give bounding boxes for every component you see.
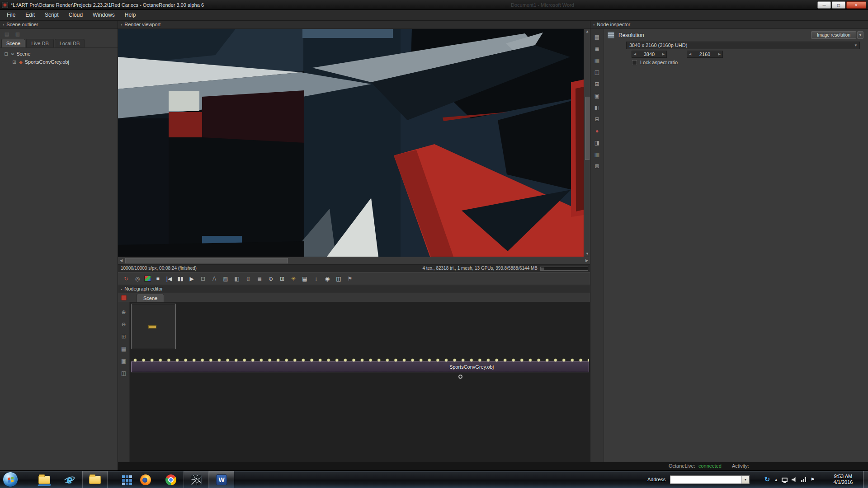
emission-node-icon[interactable]: ◫ — [593, 68, 602, 77]
nodegraph-canvas[interactable]: SportsConvGrey.obj — [130, 302, 590, 462]
text-overlay-icon[interactable]: A — [210, 274, 219, 283]
display-settings-icon[interactable] — [782, 478, 788, 482]
render-viewport-canvas[interactable] — [118, 29, 584, 257]
height-stepper[interactable]: ◀ 2160 ▶ — [687, 51, 723, 58]
camera-node-icon[interactable]: ▣ — [593, 91, 602, 101]
alpha-channel-icon[interactable]: α — [244, 274, 253, 283]
copy-image-icon[interactable]: ▤ — [300, 274, 309, 283]
tree-row-mesh[interactable]: ⊞ ◆ SportsConvGrey.obj — [0, 58, 118, 66]
volume-icon[interactable] — [792, 477, 797, 483]
network-render-icon[interactable]: ◫ — [334, 274, 343, 283]
minimize-button[interactable]: ─ — [817, 1, 831, 9]
grid-snap-icon[interactable]: ▦ — [119, 344, 128, 353]
viewport-horizontal-scrollbar[interactable]: ◀ ▶ — [118, 257, 590, 264]
action-center-flag-icon[interactable]: ⚑ — [811, 477, 815, 483]
expand-expander-icon[interactable]: ⊞ — [12, 60, 17, 65]
height-value[interactable]: 2160 — [693, 51, 717, 57]
close-button[interactable]: × — [846, 1, 866, 9]
menu-file[interactable]: File — [2, 10, 20, 20]
width-decrement-icon[interactable]: ◀ — [632, 51, 638, 57]
resolution-dropdown[interactable]: 3840 x 2160 (2160p UHD) ▼ — [626, 42, 860, 49]
environment-node-icon[interactable]: ◧ — [593, 103, 602, 113]
address-input[interactable]: ▼ — [670, 475, 750, 484]
taskbar-chrome-button[interactable] — [158, 471, 184, 488]
render-target-node-icon[interactable]: ● — [593, 127, 602, 136]
viewport-lock-icon[interactable]: ⚑ — [345, 274, 354, 283]
film-settings-node-icon[interactable]: ▥ — [593, 150, 602, 160]
rgb-cube-icon[interactable] — [144, 276, 151, 282]
horizontal-scroll-thumb[interactable] — [125, 258, 288, 263]
outliner-tab-local-db[interactable]: Local DB — [55, 39, 85, 47]
node-output-pin[interactable] — [458, 375, 462, 379]
zoom-region-icon[interactable]: ⊕ — [266, 274, 275, 283]
address-dropdown-icon[interactable]: ▼ — [741, 476, 749, 483]
collapse-all-icon[interactable]: ▤ — [3, 30, 11, 38]
hidden-icons-chevron-icon[interactable]: ▴ — [775, 477, 778, 483]
display-mode-icon[interactable]: ⊡ — [198, 274, 208, 283]
menu-windows[interactable]: Windows — [88, 10, 120, 20]
outliner-tab-live-db[interactable]: Live DB — [26, 39, 54, 47]
kernel-node-icon[interactable]: ◨ — [593, 138, 602, 148]
viewport-vertical-scrollbar[interactable]: ▲ ▼ — [584, 29, 590, 257]
taskbar-explorer-button[interactable] — [32, 471, 57, 488]
menu-help[interactable]: Help — [120, 10, 141, 20]
taskbar-firefox-button[interactable] — [133, 471, 158, 488]
lock-aspect-checkbox[interactable] — [632, 60, 637, 65]
scroll-left-icon[interactable]: ◀ — [118, 257, 124, 264]
refresh-icon[interactable]: ↻ — [762, 474, 772, 484]
menu-edit[interactable]: Edit — [20, 10, 40, 20]
taskbar-ie-button[interactable]: e — [57, 471, 82, 488]
render-passes-icon[interactable]: ≣ — [255, 274, 264, 283]
scroll-down-icon[interactable]: ▼ — [584, 251, 590, 257]
scroll-up-icon[interactable]: ▲ — [584, 29, 590, 34]
texture-node-icon[interactable]: ▦ — [593, 56, 602, 66]
stop-render-icon[interactable]: ■ — [153, 274, 162, 283]
subsample-icon[interactable]: ▨ — [221, 274, 230, 283]
restart-render-icon[interactable]: ↻ — [122, 274, 131, 283]
nodegraph-tab-icon[interactable] — [121, 295, 127, 300]
start-button[interactable] — [3, 472, 18, 487]
render-region-icon[interactable]: ⊞ — [278, 274, 287, 283]
medium-node-icon[interactable]: ⊞ — [593, 80, 602, 89]
daylight-icon[interactable]: ☀ — [289, 274, 298, 283]
taskbar-clock[interactable]: 9:53 AM 4/1/2016 — [828, 474, 858, 485]
pick-focus-icon[interactable]: ◎ — [133, 274, 142, 283]
taskbar-octane-button[interactable] — [184, 471, 209, 488]
zoom-in-icon[interactable]: ⊕ — [119, 308, 128, 317]
scroll-right-icon[interactable]: ▶ — [584, 257, 590, 264]
preset-dropdown-arrow-icon[interactable]: ▼ — [857, 31, 863, 39]
taskbar-word-button[interactable]: W — [209, 471, 234, 488]
menu-script[interactable]: Script — [40, 10, 64, 20]
play-render-icon[interactable]: ▶ — [187, 274, 196, 283]
clay-mode-icon[interactable]: ◧ — [232, 274, 241, 283]
vertical-scroll-thumb[interactable] — [585, 97, 590, 160]
image-resolution-preset-button[interactable]: Image resolution — [811, 31, 856, 39]
show-desktop-button[interactable] — [863, 471, 868, 488]
network-status-icon[interactable] — [801, 477, 807, 482]
tree-label-scene[interactable]: Scene — [16, 51, 30, 56]
expand-all-icon[interactable]: ▥ — [14, 30, 22, 38]
taskbar-grid-app-button[interactable] — [108, 471, 133, 488]
material-node-icon[interactable]: ≣ — [593, 44, 602, 54]
height-decrement-icon[interactable]: ◀ — [687, 51, 693, 57]
tree-label-mesh[interactable]: SportsConvGrey.obj — [25, 59, 69, 65]
pause-render-icon[interactable]: ▮▮ — [176, 274, 185, 283]
info-node-icon[interactable]: ⊠ — [593, 162, 602, 171]
screenshot-icon[interactable]: ▣ — [119, 357, 128, 366]
window-titlebar[interactable]: *L:\ART Pro\Octane Render\Projects 2.23.… — [0, 0, 868, 10]
zoom-out-icon[interactable]: ⊖ — [119, 320, 128, 329]
tree-row-scene[interactable]: ⊟ ∞ Scene — [0, 50, 118, 58]
imager-node-icon[interactable]: ⊟ — [593, 115, 602, 124]
camera-icon[interactable]: ◉ — [323, 274, 332, 283]
maximize-button[interactable]: □ — [832, 1, 845, 9]
save-image-icon[interactable]: ↓ — [311, 274, 321, 283]
nodegraph-tab-scene[interactable]: Scene — [137, 294, 164, 302]
collapse-expander-icon[interactable]: ⊟ — [4, 52, 9, 56]
height-increment-icon[interactable]: ▶ — [717, 51, 722, 57]
nodegraph-overview-box[interactable] — [131, 304, 176, 349]
mesh-node-icon[interactable]: ▤ — [593, 33, 602, 42]
group-nodes-icon[interactable]: ◫ — [119, 369, 128, 378]
skip-to-start-icon[interactable]: |◀ — [165, 274, 174, 283]
fit-view-icon[interactable]: ⊞ — [119, 332, 128, 341]
outliner-tab-scene[interactable]: Scene — [1, 39, 25, 47]
